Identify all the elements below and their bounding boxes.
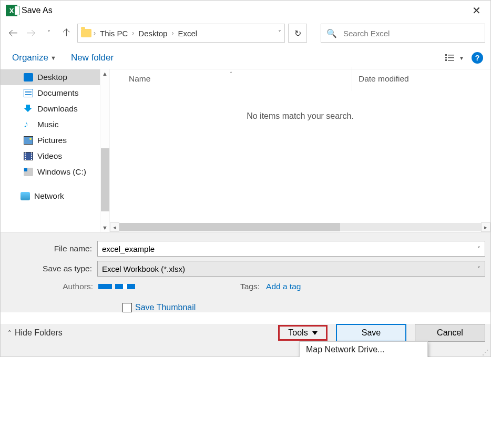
new-folder-button[interactable]: New folder — [71, 53, 114, 63]
sidebar-item-desktop[interactable]: Desktop — [1, 69, 109, 85]
network-icon — [21, 192, 30, 200]
filename-label: File name: — [6, 244, 97, 253]
form-area: File name: excel_example ˅ Save as type:… — [1, 232, 490, 312]
main-area: Desktop Documents Downloads ♪Music Pictu… — [1, 69, 490, 232]
back-button[interactable]: 🡠 — [6, 26, 21, 40]
history-dropdown[interactable]: ˅ — [42, 26, 56, 40]
chevron-right-icon[interactable]: › — [132, 29, 134, 37]
svg-rect-0 — [445, 54, 447, 56]
sidebar-item-music[interactable]: ♪Music — [1, 117, 109, 133]
dropdown-arrow-icon — [312, 331, 318, 335]
sidebar-item-label: Documents — [37, 88, 78, 98]
empty-message: No items match your search. — [110, 111, 490, 121]
svg-rect-4 — [448, 57, 454, 58]
up-button[interactable]: 🡡 — [59, 26, 74, 40]
savetype-label: Save as type: — [6, 264, 97, 273]
address-dropdown-icon[interactable]: ˅ — [278, 29, 281, 37]
breadcrumb-mid[interactable]: Desktop — [136, 28, 169, 39]
pictures-icon — [24, 136, 33, 145]
music-icon: ♪ — [24, 120, 33, 129]
address-bar[interactable]: › This PC › Desktop › Excel ˅ — [77, 24, 285, 43]
close-icon[interactable]: ✕ — [468, 2, 485, 19]
tools-menu: Map Network Drive... Web Options... Gene… — [299, 341, 428, 357]
scroll-thumb[interactable] — [101, 148, 109, 211]
chevron-right-icon[interactable]: › — [94, 29, 96, 37]
sidebar-item-label: Desktop — [37, 73, 67, 82]
authors-label: Authors: — [6, 282, 98, 291]
authors-value[interactable] — [98, 282, 135, 291]
svg-rect-1 — [445, 57, 447, 58]
dialog-title: Save As — [22, 6, 53, 15]
scroll-thumb[interactable] — [119, 223, 340, 231]
scroll-right-icon[interactable]: ▸ — [481, 222, 490, 232]
column-header-name[interactable]: ˄ Name — [110, 74, 352, 84]
title-bar: Save As ✕ — [1, 1, 490, 21]
document-icon — [24, 89, 33, 97]
search-box[interactable]: 🔍 — [321, 24, 485, 43]
folder-icon — [81, 29, 91, 37]
toolbar: Organize ▼ New folder ▼ ? — [1, 48, 490, 69]
breadcrumb-leaf[interactable]: Excel — [176, 28, 199, 39]
videos-icon — [24, 152, 33, 160]
svg-rect-5 — [448, 60, 454, 61]
scroll-left-icon[interactable]: ◂ — [110, 222, 119, 232]
sidebar-item-label: Pictures — [37, 136, 67, 145]
drive-icon — [24, 168, 33, 176]
sidebar-item-drive-c[interactable]: Windows (C:) — [1, 164, 109, 180]
forward-button[interactable]: 🡢 — [24, 26, 38, 40]
sidebar-item-label: Videos — [37, 151, 62, 161]
refresh-button[interactable]: ↻ — [288, 24, 307, 43]
file-list-header: ˄ Name Date modified — [110, 69, 490, 88]
sidebar: Desktop Documents Downloads ♪Music Pictu… — [1, 69, 110, 232]
desktop-icon — [24, 73, 33, 82]
hide-folders-button[interactable]: ˄ Hide Folders — [8, 328, 63, 338]
tags-input[interactable]: Add a tag — [266, 282, 301, 291]
horizontal-scrollbar[interactable]: ◂ ▸ — [110, 222, 490, 232]
sidebar-item-pictures[interactable]: Pictures — [1, 133, 109, 148]
view-options-button[interactable]: ▼ — [445, 54, 464, 62]
save-button[interactable]: Save — [336, 324, 406, 342]
scroll-up-icon[interactable]: ▲ — [101, 69, 109, 78]
sidebar-item-label: Network — [34, 191, 64, 201]
nav-row: 🡠 🡢 ˅ 🡡 › This PC › Desktop › Excel ˅ ↻ … — [1, 21, 490, 48]
cancel-button[interactable]: Cancel — [415, 324, 485, 342]
save-thumbnail-label[interactable]: Save Thumbnail — [135, 303, 196, 312]
file-list-area: ˄ Name Date modified No items match your… — [110, 69, 490, 232]
chevron-down-icon[interactable]: ˅ — [477, 246, 480, 252]
filename-input[interactable]: excel_example ˅ — [97, 241, 485, 257]
sidebar-item-documents[interactable]: Documents — [1, 85, 109, 101]
scroll-down-icon[interactable]: ▼ — [101, 223, 109, 232]
svg-rect-2 — [445, 59, 447, 61]
menu-item-map-drive[interactable]: Map Network Drive... — [300, 342, 427, 357]
chevron-right-icon[interactable]: › — [171, 29, 173, 37]
save-as-dialog: Save As ✕ 🡠 🡢 ˅ 🡡 › This PC › Desktop › … — [0, 0, 491, 357]
search-input[interactable] — [342, 28, 479, 38]
savetype-dropdown[interactable]: Excel Workbook (*.xlsx) ˅ — [97, 261, 485, 277]
sidebar-scrollbar[interactable]: ▲ ▼ — [100, 69, 109, 232]
tags-label: Tags: — [240, 282, 260, 291]
button-row: ˄ Hide Folders Tools Save Cancel Map Net… — [1, 324, 490, 350]
search-icon: 🔍 — [326, 28, 337, 38]
chevron-down-icon[interactable]: ˅ — [477, 266, 480, 272]
sidebar-item-label: Windows (C:) — [37, 167, 86, 177]
sort-indicator-icon: ˄ — [230, 71, 232, 77]
organize-button[interactable]: Organize ▼ — [12, 53, 56, 63]
sidebar-item-label: Downloads — [37, 104, 78, 114]
excel-icon — [6, 5, 17, 16]
sidebar-item-downloads[interactable]: Downloads — [1, 101, 109, 117]
column-header-date[interactable]: Date modified — [352, 74, 409, 84]
help-icon[interactable]: ? — [472, 52, 483, 64]
breadcrumb-root[interactable]: This PC — [98, 28, 130, 39]
sidebar-item-label: Music — [37, 120, 58, 129]
scroll-track[interactable] — [119, 223, 481, 231]
sidebar-item-network[interactable]: Network — [1, 188, 109, 204]
tools-button[interactable]: Tools — [278, 325, 328, 341]
sidebar-item-videos[interactable]: Videos — [1, 148, 109, 164]
save-thumbnail-checkbox[interactable] — [122, 303, 132, 312]
chevron-up-icon: ˄ — [8, 329, 12, 337]
svg-rect-3 — [448, 55, 454, 56]
download-icon — [24, 105, 33, 113]
